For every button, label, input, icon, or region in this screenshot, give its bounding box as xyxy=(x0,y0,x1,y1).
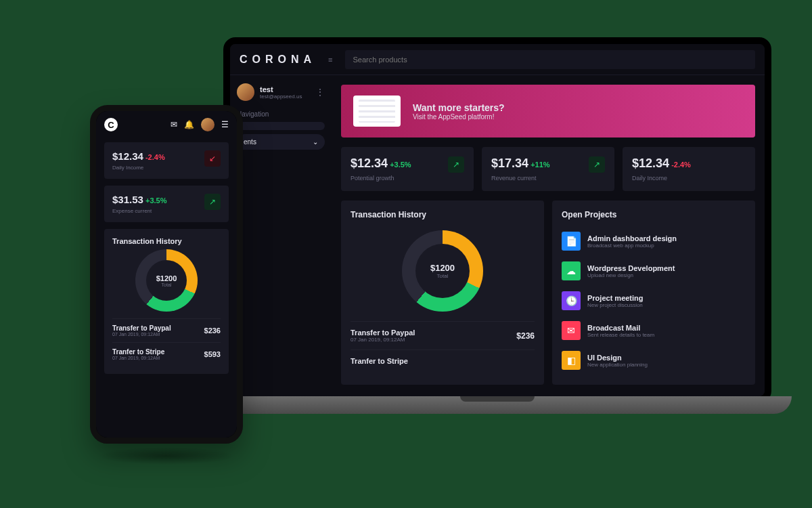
tx-date: 07 Jan 2019, 09:12AM xyxy=(112,356,164,360)
brand-logo[interactable]: CORONA xyxy=(240,54,316,66)
stat-delta: -2.4% xyxy=(145,153,165,161)
main-content: Want more starters? Visit the AppSeed pl… xyxy=(332,75,765,396)
file-icon: 📄 xyxy=(562,232,581,251)
user-block[interactable]: test test@appseed.us ⋮ xyxy=(237,83,325,101)
arrow-up-icon: ↗ xyxy=(204,194,221,210)
promo-banner[interactable]: Want more starters? Visit the AppSeed pl… xyxy=(341,85,755,137)
user-menu-icon[interactable]: ⋮ xyxy=(315,87,325,98)
tx-title: Tranfer to Stripe xyxy=(112,348,164,356)
panel-title: Transaction History xyxy=(351,210,535,219)
arrow-up-icon: ↗ xyxy=(589,156,605,173)
arrow-down-icon: ↙ xyxy=(204,150,221,167)
clock-icon: 🕒 xyxy=(562,291,581,310)
avatar xyxy=(237,83,254,101)
mobile-logo[interactable]: C xyxy=(104,118,118,131)
stat-label: Daily Income xyxy=(632,175,691,182)
banner-illustration xyxy=(353,96,401,127)
open-projects-panel: Open Projects 📄Admin dashboard designBro… xyxy=(552,200,755,385)
stat-label: Expense current xyxy=(112,208,166,214)
transaction-row[interactable]: Tranfer to Stripe xyxy=(351,350,535,372)
tx-title: Transfer to Paypal xyxy=(351,329,415,337)
project-item[interactable]: ◧UI DesignNew application planning xyxy=(562,345,746,375)
stat-card-income[interactable]: $12.34 -2.4% Daily Income xyxy=(623,147,755,191)
mail-icon[interactable]: ✉ xyxy=(171,120,177,129)
search-input[interactable] xyxy=(345,50,755,69)
stat-row: $12.34 +3.5% Potential growth ↗ $17.34 +… xyxy=(341,147,755,191)
stat-delta: -2.4% xyxy=(671,161,691,169)
tx-title: Tranfer to Stripe xyxy=(351,357,408,365)
menu-toggle-icon[interactable]: ≡ xyxy=(328,56,332,64)
tx-date: 07 Jan 2019, 09:12AM xyxy=(112,332,171,337)
panel-title: Open Projects xyxy=(562,210,746,219)
tx-amount: $236 xyxy=(516,331,535,341)
donut-label: Total xyxy=(162,282,172,287)
transaction-history-panel: Transaction History $1200 Total xyxy=(341,200,544,385)
donut-value: $1200 xyxy=(430,263,455,273)
banner-title: Want more starters? xyxy=(413,102,505,113)
stat-amount: $31.53 xyxy=(112,194,143,205)
sidebar-item[interactable] xyxy=(237,122,325,130)
stat-amount: $12.34 xyxy=(351,156,388,171)
mobile-screen: C ✉ 🔔 ☰ $12.34 -2.4% Daily Income ↙ $31.… xyxy=(96,111,237,438)
desktop-screen: CORONA ≡ test test@appseed.us ⋮ Navigati… xyxy=(230,44,765,396)
stat-label: Revenue current xyxy=(491,175,550,182)
project-list: 📄Admin dashboard designBroadcast web app… xyxy=(562,226,746,375)
stat-label: Daily Income xyxy=(112,165,165,171)
chevron-down-icon: ⌄ xyxy=(313,138,318,146)
transaction-row[interactable]: Transfer to Paypal 07 Jan 2019, 09:12AM … xyxy=(112,318,221,342)
project-item[interactable]: 📄Admin dashboard designBroadcast web app… xyxy=(562,226,746,256)
laptop-lip xyxy=(460,396,535,402)
topbar: CORONA ≡ xyxy=(230,44,765,75)
layout-icon: ◧ xyxy=(562,351,581,370)
stat-amount: $12.34 xyxy=(632,156,669,171)
stat-delta: +11% xyxy=(531,161,549,169)
mail-icon: ✉ xyxy=(562,321,581,340)
menu-icon[interactable]: ☰ xyxy=(221,120,229,129)
transaction-row[interactable]: Transfer to Paypal 07 Jan 2019, 09:12AM … xyxy=(351,321,535,350)
laptop-frame: CORONA ≡ test test@appseed.us ⋮ Navigati… xyxy=(223,37,771,403)
stat-card-revenue[interactable]: $17.34 +11% Revenue current ↗ xyxy=(482,147,614,191)
tx-amount: $236 xyxy=(204,326,221,335)
donut-value: $1200 xyxy=(156,274,177,282)
arrow-up-icon: ↗ xyxy=(448,156,464,173)
bell-icon[interactable]: 🔔 xyxy=(184,120,194,129)
stat-label: Potential growth xyxy=(351,175,411,182)
cloud-icon: ☁ xyxy=(562,261,581,280)
transaction-row[interactable]: Tranfer to Stripe 07 Jan 2019, 09:12AM $… xyxy=(112,342,221,366)
donut-label: Total xyxy=(437,273,449,279)
user-name: test xyxy=(260,85,302,93)
user-email: test@appseed.us xyxy=(260,93,302,100)
panel-title: Transaction History xyxy=(112,237,221,245)
banner-subtitle: Visit the AppSeed platform! xyxy=(413,113,505,121)
sidebar-item[interactable]: ents⌄ xyxy=(237,134,325,150)
phone-frame: C ✉ 🔔 ☰ $12.34 -2.4% Daily Income ↙ $31.… xyxy=(90,105,243,444)
stat-delta: +3.5% xyxy=(390,161,411,169)
mobile-topbar: C ✉ 🔔 ☰ xyxy=(96,111,237,138)
tx-title: Transfer to Paypal xyxy=(112,324,171,332)
project-item[interactable]: ✉Broadcast MailSent release details to t… xyxy=(562,316,746,345)
tx-amount: $593 xyxy=(204,350,221,358)
tx-date: 07 Jan 2019, 09:12AM xyxy=(351,337,415,343)
sidebar: test test@appseed.us ⋮ Navigation ents⌄ xyxy=(230,75,332,396)
stat-card-income[interactable]: $12.34 -2.4% Daily Income ↙ xyxy=(104,142,229,179)
nav-section-label: Navigation xyxy=(237,110,325,118)
phone-shadow xyxy=(98,447,235,465)
transaction-history-panel: Transaction History $1200 Total Transfer… xyxy=(104,229,229,374)
avatar[interactable] xyxy=(201,118,215,131)
stat-delta: +3.5% xyxy=(145,196,167,205)
project-item[interactable]: 🕒Project meetingNew project discussion xyxy=(562,286,746,316)
project-item[interactable]: ☁Wordpress DevelopmentUpload new design xyxy=(562,256,746,286)
donut-chart: $1200 Total xyxy=(135,249,198,312)
stat-card-growth[interactable]: $12.34 +3.5% Potential growth ↗ xyxy=(341,147,474,191)
donut-chart: $1200 Total xyxy=(402,230,483,312)
stat-card-expense[interactable]: $31.53 +3.5% Expense current ↗ xyxy=(104,186,229,222)
stat-amount: $12.34 xyxy=(112,150,143,162)
stat-amount: $17.34 xyxy=(491,156,528,171)
